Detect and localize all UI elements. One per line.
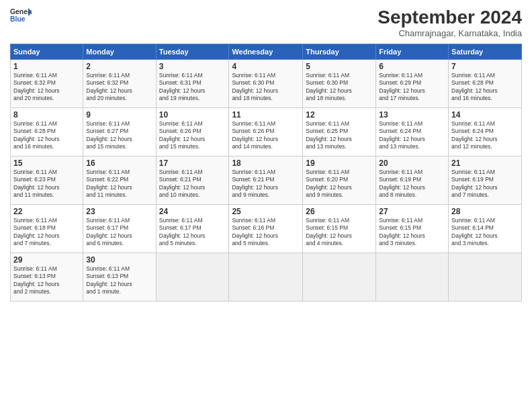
day-number: 12 <box>306 110 373 120</box>
calendar-cell: 9Sunrise: 6:11 AM Sunset: 6:27 PM Daylig… <box>83 108 156 156</box>
day-number: 15 <box>13 158 80 168</box>
calendar-cell: 15Sunrise: 6:11 AM Sunset: 6:23 PM Dayli… <box>11 156 83 205</box>
weekday-header-friday: Friday <box>376 44 449 60</box>
day-number: 14 <box>451 110 519 120</box>
calendar-cell: 7Sunrise: 6:11 AM Sunset: 6:28 PM Daylig… <box>449 60 522 108</box>
day-info: Sunrise: 6:11 AM Sunset: 6:26 PM Dayligh… <box>159 120 226 151</box>
day-info: Sunrise: 6:11 AM Sunset: 6:15 PM Dayligh… <box>306 217 373 248</box>
calendar-cell: 6Sunrise: 6:11 AM Sunset: 6:29 PM Daylig… <box>376 60 449 108</box>
calendar-table: SundayMondayTuesdayWednesdayThursdayFrid… <box>10 44 522 302</box>
day-info: Sunrise: 6:11 AM Sunset: 6:19 PM Dayligh… <box>451 169 519 199</box>
calendar-cell: 18Sunrise: 6:11 AM Sunset: 6:21 PM Dayli… <box>229 156 303 205</box>
calendar-cell <box>156 253 229 302</box>
logo-icon: General Blue <box>10 7 32 26</box>
calendar-cell <box>229 253 303 302</box>
day-info: Sunrise: 6:11 AM Sunset: 6:18 PM Dayligh… <box>13 217 80 248</box>
svg-text:Blue: Blue <box>10 15 26 23</box>
day-info: Sunrise: 6:11 AM Sunset: 6:22 PM Dayligh… <box>86 169 152 199</box>
day-number: 4 <box>232 62 300 71</box>
day-info: Sunrise: 6:11 AM Sunset: 6:24 PM Dayligh… <box>379 120 445 151</box>
day-number: 26 <box>306 207 373 216</box>
day-info: Sunrise: 6:11 AM Sunset: 6:21 PM Dayligh… <box>232 169 300 199</box>
day-number: 11 <box>232 110 300 120</box>
day-info: Sunrise: 6:11 AM Sunset: 6:30 PM Dayligh… <box>306 72 373 103</box>
main-title: September 2024 <box>378 7 522 28</box>
day-number: 17 <box>159 158 226 168</box>
day-info: Sunrise: 6:11 AM Sunset: 6:32 PM Dayligh… <box>86 72 152 103</box>
day-info: Sunrise: 6:11 AM Sunset: 6:15 PM Dayligh… <box>379 217 445 248</box>
day-info: Sunrise: 6:11 AM Sunset: 6:30 PM Dayligh… <box>232 72 300 103</box>
day-number: 8 <box>13 110 80 120</box>
weekday-header-tuesday: Tuesday <box>156 44 229 60</box>
calendar-cell: 8Sunrise: 6:11 AM Sunset: 6:28 PM Daylig… <box>11 108 83 156</box>
day-number: 10 <box>159 110 226 120</box>
calendar-cell <box>376 253 449 302</box>
day-info: Sunrise: 6:11 AM Sunset: 6:20 PM Dayligh… <box>306 169 373 199</box>
day-info: Sunrise: 6:11 AM Sunset: 6:21 PM Dayligh… <box>159 169 226 199</box>
day-info: Sunrise: 6:11 AM Sunset: 6:23 PM Dayligh… <box>13 169 80 199</box>
day-info: Sunrise: 6:11 AM Sunset: 6:14 PM Dayligh… <box>451 217 519 248</box>
day-number: 2 <box>86 62 152 71</box>
calendar-cell: 14Sunrise: 6:11 AM Sunset: 6:24 PM Dayli… <box>449 108 522 156</box>
calendar-cell <box>449 253 522 302</box>
calendar-cell: 1Sunrise: 6:11 AM Sunset: 6:32 PM Daylig… <box>11 60 83 108</box>
day-info: Sunrise: 6:11 AM Sunset: 6:13 PM Dayligh… <box>86 265 152 296</box>
day-info: Sunrise: 6:11 AM Sunset: 6:26 PM Dayligh… <box>232 120 300 151</box>
calendar-cell: 5Sunrise: 6:11 AM Sunset: 6:30 PM Daylig… <box>303 60 376 108</box>
calendar-cell: 19Sunrise: 6:11 AM Sunset: 6:20 PM Dayli… <box>303 156 376 205</box>
calendar-cell: 22Sunrise: 6:11 AM Sunset: 6:18 PM Dayli… <box>11 205 83 253</box>
day-info: Sunrise: 6:11 AM Sunset: 6:24 PM Dayligh… <box>451 120 519 151</box>
logo: General Blue <box>10 7 32 26</box>
calendar-cell: 3Sunrise: 6:11 AM Sunset: 6:31 PM Daylig… <box>156 60 229 108</box>
calendar-cell: 16Sunrise: 6:11 AM Sunset: 6:22 PM Dayli… <box>83 156 156 205</box>
calendar-cell: 26Sunrise: 6:11 AM Sunset: 6:15 PM Dayli… <box>303 205 376 253</box>
day-info: Sunrise: 6:11 AM Sunset: 6:28 PM Dayligh… <box>13 120 80 151</box>
day-number: 18 <box>232 158 300 168</box>
weekday-header-saturday: Saturday <box>449 44 522 60</box>
calendar-cell: 13Sunrise: 6:11 AM Sunset: 6:24 PM Dayli… <box>376 108 449 156</box>
day-number: 13 <box>379 110 445 120</box>
day-number: 28 <box>451 207 519 216</box>
day-info: Sunrise: 6:11 AM Sunset: 6:17 PM Dayligh… <box>159 217 226 248</box>
day-number: 16 <box>86 158 152 168</box>
calendar-cell <box>303 253 376 302</box>
day-number: 9 <box>86 110 152 120</box>
calendar-cell: 23Sunrise: 6:11 AM Sunset: 6:17 PM Dayli… <box>83 205 156 253</box>
day-number: 22 <box>13 207 80 216</box>
weekday-header-monday: Monday <box>83 44 156 60</box>
calendar-cell: 12Sunrise: 6:11 AM Sunset: 6:25 PM Dayli… <box>303 108 376 156</box>
calendar-cell: 10Sunrise: 6:11 AM Sunset: 6:26 PM Dayli… <box>156 108 229 156</box>
day-info: Sunrise: 6:11 AM Sunset: 6:27 PM Dayligh… <box>86 120 152 151</box>
day-info: Sunrise: 6:11 AM Sunset: 6:19 PM Dayligh… <box>379 169 445 199</box>
day-number: 27 <box>379 207 445 216</box>
day-info: Sunrise: 6:11 AM Sunset: 6:25 PM Dayligh… <box>306 120 373 151</box>
day-number: 5 <box>306 62 373 71</box>
day-number: 21 <box>451 158 519 168</box>
day-number: 24 <box>159 207 226 216</box>
calendar-cell: 25Sunrise: 6:11 AM Sunset: 6:16 PM Dayli… <box>229 205 303 253</box>
day-info: Sunrise: 6:11 AM Sunset: 6:28 PM Dayligh… <box>451 72 519 103</box>
day-number: 29 <box>13 255 80 265</box>
weekday-header-sunday: Sunday <box>11 44 83 60</box>
calendar-cell: 21Sunrise: 6:11 AM Sunset: 6:19 PM Dayli… <box>449 156 522 205</box>
day-info: Sunrise: 6:11 AM Sunset: 6:31 PM Dayligh… <box>159 72 226 103</box>
calendar-cell: 11Sunrise: 6:11 AM Sunset: 6:26 PM Dayli… <box>229 108 303 156</box>
calendar-cell: 24Sunrise: 6:11 AM Sunset: 6:17 PM Dayli… <box>156 205 229 253</box>
day-number: 20 <box>379 158 445 168</box>
day-info: Sunrise: 6:11 AM Sunset: 6:32 PM Dayligh… <box>13 72 80 103</box>
day-info: Sunrise: 6:11 AM Sunset: 6:16 PM Dayligh… <box>232 217 300 248</box>
day-number: 1 <box>13 62 80 71</box>
day-info: Sunrise: 6:11 AM Sunset: 6:17 PM Dayligh… <box>86 217 152 248</box>
day-number: 6 <box>379 62 445 71</box>
day-number: 25 <box>232 207 300 216</box>
header: General Blue September 2024 Chamrajnagar… <box>10 7 522 38</box>
calendar-cell: 27Sunrise: 6:11 AM Sunset: 6:15 PM Dayli… <box>376 205 449 253</box>
calendar-cell: 29Sunrise: 6:11 AM Sunset: 6:13 PM Dayli… <box>11 253 83 302</box>
day-number: 19 <box>306 158 373 168</box>
calendar-cell: 20Sunrise: 6:11 AM Sunset: 6:19 PM Dayli… <box>376 156 449 205</box>
calendar-cell: 17Sunrise: 6:11 AM Sunset: 6:21 PM Dayli… <box>156 156 229 205</box>
calendar-cell: 4Sunrise: 6:11 AM Sunset: 6:30 PM Daylig… <box>229 60 303 108</box>
title-block: September 2024 Chamrajnagar, Karnataka, … <box>378 7 522 38</box>
day-info: Sunrise: 6:11 AM Sunset: 6:29 PM Dayligh… <box>379 72 445 103</box>
day-info: Sunrise: 6:11 AM Sunset: 6:13 PM Dayligh… <box>13 265 80 296</box>
